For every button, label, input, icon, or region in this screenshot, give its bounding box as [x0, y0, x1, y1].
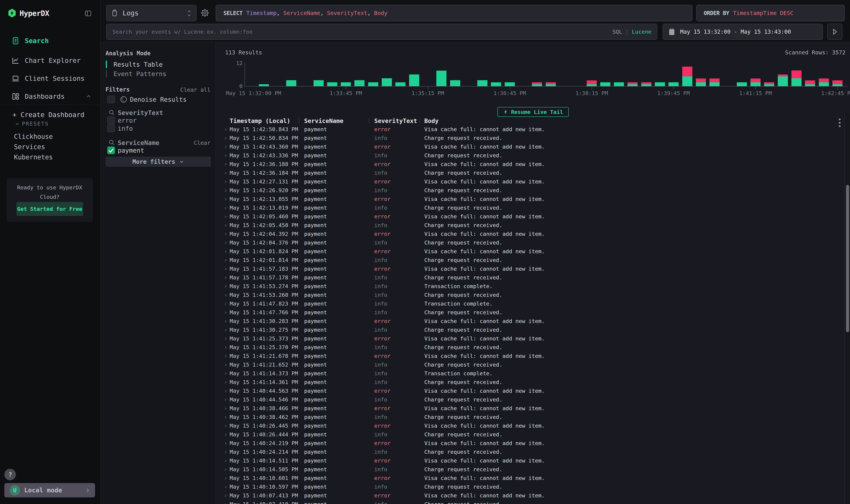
histogram-bar[interactable]: [655, 82, 665, 86]
row-expand-icon[interactable]: ›: [224, 264, 230, 273]
histogram-bar[interactable]: [450, 80, 460, 86]
filter-checkbox-info[interactable]: [107, 125, 115, 132]
table-row[interactable]: › May 15 1:40:07.410 PM payment info Cha…: [216, 500, 845, 504]
select-query-editor[interactable]: SELECTTimestamp, ServiceName, SeverityTe…: [216, 5, 692, 21]
table-row[interactable]: › May 15 1:40:14.511 PM payment error Vi…: [216, 456, 845, 465]
row-expand-icon[interactable]: ›: [224, 378, 230, 386]
row-expand-icon[interactable]: ›: [224, 360, 230, 369]
sidebar-item-dashboards[interactable]: Dashboards: [0, 91, 100, 102]
order-by-editor[interactable]: ORDER BY TimestampTime DESC: [697, 5, 845, 21]
more-filters-button[interactable]: More filters: [106, 157, 211, 167]
row-expand-icon[interactable]: ›: [224, 186, 230, 195]
histogram-bar[interactable]: [750, 78, 761, 86]
histogram-bar[interactable]: [368, 82, 378, 86]
row-expand-icon[interactable]: ›: [224, 317, 230, 325]
row-expand-icon[interactable]: ›: [224, 125, 230, 133]
filter-option-payment[interactable]: payment: [118, 147, 144, 154]
sidebar-item-search[interactable]: Search: [0, 36, 100, 46]
filter-option-info[interactable]: info: [118, 125, 133, 132]
row-expand-icon[interactable]: ›: [224, 404, 230, 413]
table-row[interactable]: › May 15 1:42:01.814 PM payment info Cha…: [216, 256, 845, 264]
col-servicename[interactable]: ServiceName: [304, 117, 374, 125]
column-resize-handle[interactable]: [299, 118, 300, 124]
histogram-bar[interactable]: [532, 82, 542, 86]
row-expand-icon[interactable]: ›: [224, 230, 230, 238]
column-resize-handle[interactable]: [369, 118, 369, 124]
row-expand-icon[interactable]: ›: [224, 386, 230, 395]
preset-services[interactable]: Services: [14, 143, 45, 151]
sidebar-item-client-sessions[interactable]: Client Sessions: [0, 73, 100, 84]
histogram-bar[interactable]: [764, 82, 774, 86]
get-started-button[interactable]: Get Started for Free: [16, 202, 83, 216]
histogram-bar[interactable]: [682, 67, 692, 86]
table-row[interactable]: › May 15 1:41:47.766 PM payment info Cha…: [216, 308, 845, 317]
histogram-bar[interactable]: [778, 74, 788, 86]
histogram-bar[interactable]: [355, 80, 364, 86]
scrollbar-track[interactable]: [845, 113, 850, 504]
table-row[interactable]: › May 15 1:42:26.920 PM payment info Cha…: [216, 186, 845, 195]
row-expand-icon[interactable]: ›: [224, 151, 230, 160]
row-expand-icon[interactable]: ›: [224, 430, 230, 439]
row-expand-icon[interactable]: ›: [224, 448, 230, 456]
histogram-bar[interactable]: [286, 80, 296, 86]
row-expand-icon[interactable]: ›: [224, 308, 230, 317]
row-expand-icon[interactable]: ›: [224, 465, 230, 474]
row-expand-icon[interactable]: ›: [224, 369, 230, 378]
histogram-bar[interactable]: [409, 74, 419, 86]
histogram-bar[interactable]: [641, 82, 651, 86]
filter-option-error[interactable]: error: [118, 117, 137, 124]
row-expand-icon[interactable]: ›: [224, 482, 230, 491]
table-row[interactable]: › May 15 1:41:53.260 PM payment info Cha…: [216, 290, 845, 299]
table-row[interactable]: › May 15 1:42:50.843 PM payment error Vi…: [216, 125, 845, 133]
row-expand-icon[interactable]: ›: [224, 395, 230, 404]
histogram-bar[interactable]: [327, 82, 337, 86]
table-row[interactable]: › May 15 1:41:21.678 PM payment error Vi…: [216, 352, 845, 360]
histogram-bar[interactable]: [436, 71, 447, 86]
table-row[interactable]: › May 15 1:41:30.283 PM payment error Vi…: [216, 317, 845, 325]
row-expand-icon[interactable]: ›: [224, 203, 230, 212]
histogram-bar[interactable]: [737, 82, 747, 86]
table-row[interactable]: › May 15 1:41:47.823 PM payment info Tra…: [216, 299, 845, 308]
histogram-bar[interactable]: [709, 78, 720, 86]
table-row[interactable]: › May 15 1:41:25.370 PM payment info Cha…: [216, 343, 845, 352]
search-input[interactable]: [112, 29, 613, 35]
table-row[interactable]: › May 15 1:40:38.462 PM payment info Cha…: [216, 413, 845, 421]
table-row[interactable]: › May 15 1:41:30.275 PM payment info Cha…: [216, 325, 845, 334]
histogram-bar[interactable]: [600, 82, 610, 86]
scrollbar-thumb[interactable]: [846, 185, 849, 332]
table-row[interactable]: › May 15 1:41:57.178 PM payment info Cha…: [216, 273, 845, 282]
row-expand-icon[interactable]: ›: [224, 491, 230, 500]
filter-checkbox-error[interactable]: [107, 116, 115, 124]
row-expand-icon[interactable]: ›: [224, 133, 230, 142]
table-row[interactable]: › May 15 1:42:13.019 PM payment info Cha…: [216, 203, 845, 212]
user-menu[interactable]: U Local mode ›: [4, 483, 95, 497]
table-row[interactable]: › May 15 1:42:27.131 PM payment error Vi…: [216, 177, 845, 186]
row-expand-icon[interactable]: ›: [224, 299, 230, 308]
preset-kubernetes[interactable]: Kubernetes: [14, 153, 53, 161]
presets-section-toggle[interactable]: PRESETS: [15, 121, 49, 127]
table-row[interactable]: › May 15 1:40:44.546 PM payment info Cha…: [216, 395, 845, 404]
language-toggle-lucene[interactable]: Lucene: [632, 29, 651, 35]
histogram-bar[interactable]: [696, 78, 706, 86]
histogram-bar[interactable]: [477, 80, 487, 86]
create-dashboard-button[interactable]: + Create Dashboard: [13, 111, 85, 119]
row-expand-icon[interactable]: ›: [224, 212, 230, 221]
histogram-bar[interactable]: [259, 84, 269, 86]
row-expand-icon[interactable]: ›: [224, 282, 230, 290]
table-row[interactable]: › May 15 1:42:04.376 PM payment info Cha…: [216, 238, 845, 247]
row-expand-icon[interactable]: ›: [224, 273, 230, 282]
run-query-button[interactable]: [827, 24, 842, 40]
denoise-label[interactable]: Denoise Results: [130, 96, 186, 103]
row-expand-icon[interactable]: ›: [224, 439, 230, 448]
row-expand-icon[interactable]: ›: [224, 256, 230, 264]
histogram-bar[interactable]: [819, 78, 829, 86]
table-row[interactable]: › May 15 1:42:13.055 PM payment error Vi…: [216, 195, 845, 203]
row-expand-icon[interactable]: ›: [224, 456, 230, 465]
row-expand-icon[interactable]: ›: [224, 352, 230, 360]
row-expand-icon[interactable]: ›: [224, 500, 230, 504]
row-expand-icon[interactable]: ›: [224, 142, 230, 151]
table-row[interactable]: › May 15 1:42:50.834 PM payment info Cha…: [216, 133, 845, 142]
table-row[interactable]: › May 15 1:42:05.460 PM payment error Vi…: [216, 212, 845, 221]
filter-checkbox-payment[interactable]: [107, 146, 115, 154]
histogram-bar[interactable]: [546, 82, 556, 86]
